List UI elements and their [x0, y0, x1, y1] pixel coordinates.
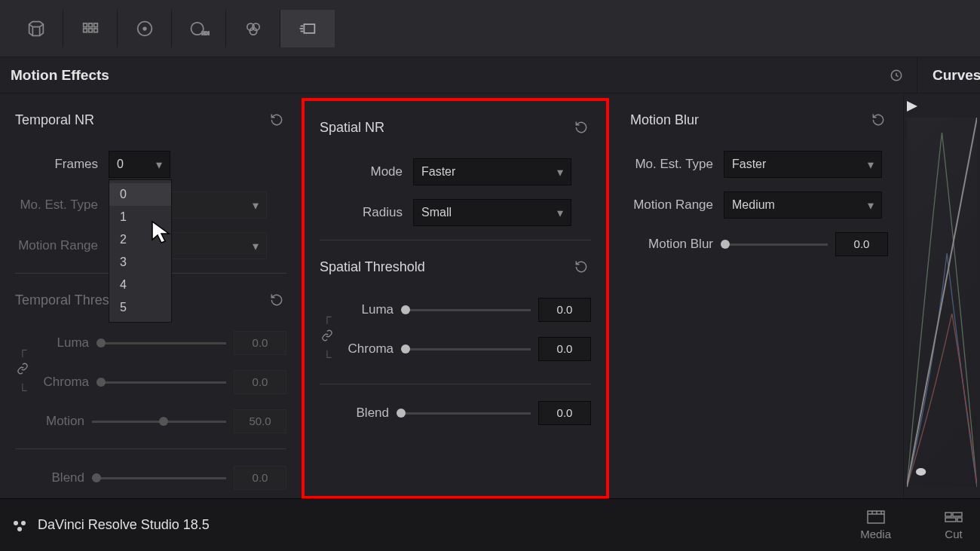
- spatial-chroma-slider[interactable]: [401, 348, 531, 350]
- divider: [320, 240, 591, 240]
- frames-option[interactable]: 1: [109, 206, 171, 228]
- chevron-down-icon: ▾: [557, 206, 563, 220]
- spatial-luma-value[interactable]: 0.0: [538, 298, 591, 322]
- mb-range-dropdown[interactable]: Medium ▾: [724, 191, 882, 219]
- spatial-nr-panel: Spatial NR Mode Faster ▾ Radius Small ▾ …: [302, 98, 609, 499]
- curves-header: Curves: [917, 57, 980, 93]
- spatial-blend-label: Blend: [336, 406, 389, 421]
- davinci-logo-icon: [11, 516, 29, 534]
- frames-option[interactable]: 2: [109, 228, 171, 251]
- spatial-blend-value[interactable]: 0.0: [538, 401, 591, 425]
- motion-value[interactable]: 50.0: [234, 409, 286, 433]
- divider: [320, 384, 591, 384]
- svg-rect-31: [957, 518, 962, 522]
- cut-tab-label: Cut: [945, 528, 962, 540]
- curves-panel: [903, 93, 980, 499]
- panel-preset-icon[interactable]: [887, 66, 906, 85]
- motion-blur-reset-icon[interactable]: [868, 110, 888, 130]
- svg-point-20: [14, 521, 18, 525]
- svg-rect-5: [93, 29, 97, 32]
- svg-rect-3: [83, 29, 87, 32]
- chevron-down-icon: ▾: [557, 165, 563, 179]
- tool-camera-raw-icon[interactable]: [9, 10, 63, 47]
- cut-icon: [944, 510, 963, 525]
- luma-slider[interactable]: [96, 342, 226, 344]
- svg-point-7: [143, 27, 146, 30]
- main-panels: Temporal NR Frames 0 ▾ 0 1 2 3 4 5: [0, 93, 980, 499]
- tool-motion-effects-icon[interactable]: [280, 10, 335, 47]
- temporal-nr-title: Temporal NR: [15, 112, 94, 128]
- temporal-nr-header: Temporal NR: [15, 110, 286, 130]
- chroma-label: Chroma: [36, 375, 89, 390]
- frames-option[interactable]: 0: [109, 183, 171, 206]
- motion-slider[interactable]: [92, 421, 226, 423]
- curves-title: Curves: [933, 67, 980, 84]
- svg-rect-0: [83, 23, 87, 27]
- radius-dropdown[interactable]: Small ▾: [413, 199, 571, 226]
- link-icon[interactable]: [320, 329, 335, 344]
- divider: [15, 448, 286, 449]
- luma-value[interactable]: 0.0: [234, 331, 286, 355]
- mb-range-label: Motion Range: [630, 197, 713, 213]
- mb-mo-est-label: Mo. Est. Type: [630, 157, 713, 172]
- tool-hdr-icon[interactable]: HDR: [172, 10, 226, 47]
- mb-blur-label: Motion Blur: [630, 237, 713, 252]
- motion-blur-panel: Motion Blur Mo. Est. Type Faster ▾ Motio…: [609, 93, 903, 499]
- svg-point-19: [916, 468, 926, 476]
- motion-blur-header: Motion Blur: [630, 110, 888, 130]
- svg-rect-2: [93, 23, 97, 27]
- svg-rect-13: [304, 24, 314, 33]
- temporal-threshold-reset-icon[interactable]: [267, 290, 286, 310]
- mode-label: Mode: [320, 164, 403, 179]
- spatial-luma-slider[interactable]: [401, 309, 531, 311]
- motion-range-label: Motion Range: [15, 238, 98, 253]
- footer-bar: DaVinci Resolve Studio 18.5 Media Cut: [0, 498, 980, 551]
- frames-option[interactable]: 5: [109, 296, 171, 319]
- svg-point-21: [21, 521, 26, 525]
- temporal-nr-reset-icon[interactable]: [267, 110, 286, 130]
- curves-play-icon[interactable]: [907, 101, 917, 112]
- mb-blur-value[interactable]: 0.0: [835, 232, 888, 256]
- spatial-chroma-value[interactable]: 0.0: [538, 337, 591, 361]
- spatial-nr-reset-icon[interactable]: [571, 118, 591, 137]
- curves-graph[interactable]: [907, 118, 977, 487]
- spatial-nr-title: Spatial NR: [320, 120, 384, 136]
- mode-dropdown[interactable]: Faster ▾: [413, 158, 571, 185]
- mb-mo-est-dropdown[interactable]: Faster ▾: [724, 151, 882, 178]
- tool-color-wheels-icon[interactable]: [118, 10, 172, 47]
- chroma-value[interactable]: 0.0: [234, 370, 286, 394]
- mb-mo-est-value: Faster: [732, 158, 766, 171]
- mb-blur-slider[interactable]: [721, 243, 828, 246]
- motion-blur-title: Motion Blur: [630, 112, 699, 128]
- chroma-slider[interactable]: [96, 381, 226, 384]
- spatial-luma-label: Luma: [341, 302, 394, 317]
- media-tab-label: Media: [860, 528, 891, 540]
- radius-value: Small: [421, 206, 452, 219]
- tool-rgb-mixer-icon[interactable]: [226, 10, 280, 47]
- blend-value[interactable]: 0.0: [234, 466, 286, 490]
- frames-option[interactable]: 4: [109, 274, 171, 296]
- spatial-blend-slider[interactable]: [397, 412, 531, 415]
- blend-slider[interactable]: [92, 477, 226, 479]
- app-name: DaVinci Resolve Studio 18.5: [38, 517, 210, 533]
- spatial-chroma-label: Chroma: [341, 341, 394, 357]
- mo-est-type-label: Mo. Est. Type: [15, 197, 98, 213]
- chevron-down-icon: ▾: [253, 239, 259, 253]
- link-icon[interactable]: [15, 363, 30, 378]
- frames-option[interactable]: 3: [109, 251, 171, 274]
- media-tab[interactable]: Media: [860, 510, 891, 540]
- frames-value: 0: [117, 158, 124, 171]
- frames-dropdown-list: 0 1 2 3 4 5: [109, 179, 172, 323]
- frames-label: Frames: [15, 157, 98, 172]
- svg-text:HDR: HDR: [201, 31, 210, 35]
- chevron-down-icon: ▾: [868, 198, 874, 213]
- frames-dropdown[interactable]: 0 ▾ 0 1 2 3 4 5: [109, 151, 170, 178]
- app-brand: DaVinci Resolve Studio 18.5: [11, 516, 210, 534]
- tool-color-checker-icon[interactable]: [63, 10, 118, 47]
- cut-tab[interactable]: Cut: [944, 510, 963, 540]
- luma-label: Luma: [36, 335, 89, 350]
- panel-header: Motion Effects: [0, 57, 917, 93]
- mb-range-value: Medium: [732, 198, 775, 212]
- svg-line-18: [907, 118, 977, 487]
- spatial-threshold-reset-icon[interactable]: [571, 257, 591, 277]
